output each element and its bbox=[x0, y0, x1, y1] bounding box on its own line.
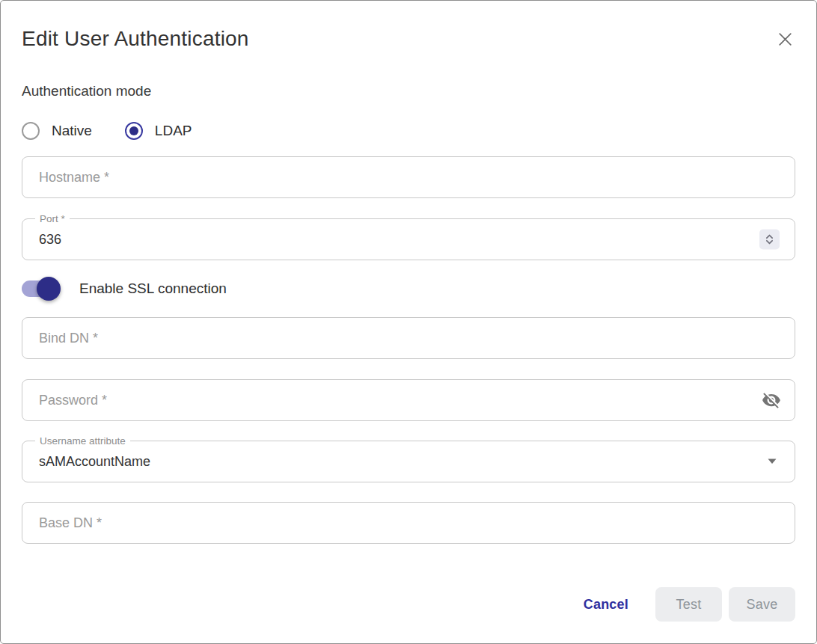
password-field bbox=[22, 379, 795, 421]
edit-user-authentication-dialog: Edit User Authentication Authentication … bbox=[0, 0, 817, 644]
radio-ldap-icon bbox=[125, 122, 143, 140]
port-field-label: Port * bbox=[35, 212, 70, 226]
ssl-toggle-row: Enable SSL connection bbox=[22, 277, 795, 301]
radio-native-label: Native bbox=[52, 123, 92, 139]
ssl-toggle-thumb bbox=[37, 277, 61, 301]
auth-mode-radio-group: Native LDAP bbox=[22, 120, 795, 141]
save-button[interactable]: Save bbox=[729, 587, 795, 622]
toggle-password-visibility-button[interactable] bbox=[762, 390, 781, 410]
username-attribute-value: sAMAccountName bbox=[39, 454, 150, 470]
dialog-header: Edit User Authentication bbox=[22, 1, 795, 54]
hostname-input[interactable] bbox=[39, 170, 778, 185]
bind-dn-field bbox=[22, 317, 795, 359]
hostname-field bbox=[22, 156, 795, 198]
ssl-toggle[interactable] bbox=[22, 280, 58, 297]
radio-ldap[interactable]: LDAP bbox=[125, 122, 192, 140]
ssl-toggle-label: Enable SSL connection bbox=[79, 280, 227, 297]
radio-ldap-label: LDAP bbox=[155, 123, 192, 139]
base-dn-field bbox=[22, 502, 795, 544]
chevron-down-icon bbox=[768, 459, 777, 464]
auth-mode-label: Authentication mode bbox=[22, 83, 795, 99]
number-stepper-icon bbox=[763, 233, 776, 246]
close-button[interactable] bbox=[770, 24, 800, 54]
radio-native[interactable]: Native bbox=[22, 122, 92, 140]
base-dn-input[interactable] bbox=[39, 515, 778, 531]
close-icon bbox=[775, 29, 795, 49]
cancel-button[interactable]: Cancel bbox=[584, 597, 628, 613]
test-button[interactable]: Test bbox=[655, 587, 722, 622]
username-attribute-dropdown-button[interactable] bbox=[768, 459, 777, 464]
username-attribute-label: Username attribute bbox=[35, 434, 130, 448]
username-attribute-field[interactable]: Username attribute sAMAccountName bbox=[22, 441, 795, 482]
password-input[interactable] bbox=[39, 393, 778, 408]
visibility-off-icon bbox=[762, 390, 781, 410]
port-field: Port * bbox=[22, 218, 795, 260]
dialog-actions: Cancel Test Save bbox=[584, 587, 795, 622]
radio-native-icon bbox=[22, 122, 40, 140]
bind-dn-input[interactable] bbox=[39, 331, 778, 346]
page-title: Edit User Authentication bbox=[22, 25, 249, 52]
port-stepper[interactable] bbox=[759, 230, 780, 250]
port-input[interactable] bbox=[39, 232, 778, 248]
